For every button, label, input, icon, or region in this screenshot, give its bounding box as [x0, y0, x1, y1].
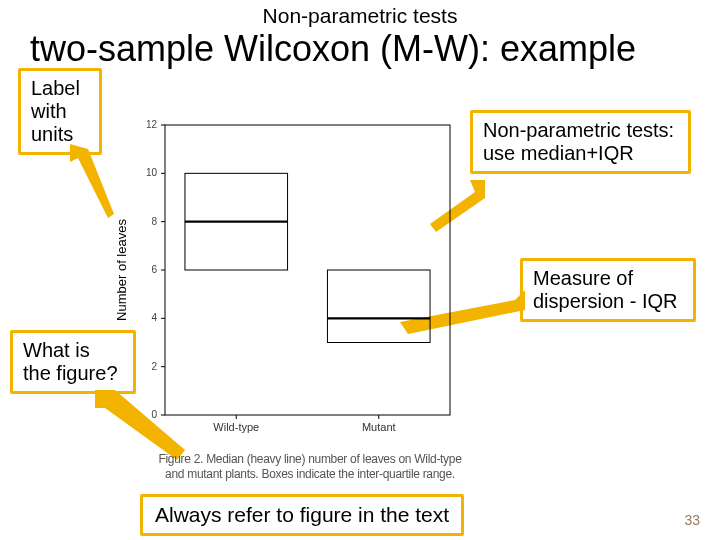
page-number: 33 — [684, 512, 700, 528]
figure-caption: Figure 2. Median (heavy line) number of … — [150, 452, 470, 482]
slide-title: two-sample Wilcoxon (M-W): example — [30, 28, 636, 70]
svg-text:8: 8 — [151, 216, 157, 227]
svg-text:12: 12 — [146, 119, 158, 130]
boxplot-chart: 024681012Number of leavesWild-typeMutant — [110, 115, 460, 450]
svg-text:Number of leaves: Number of leaves — [114, 219, 129, 321]
svg-marker-0 — [70, 144, 114, 218]
svg-text:Mutant: Mutant — [362, 421, 396, 433]
svg-text:Wild-type: Wild-type — [213, 421, 259, 433]
svg-text:10: 10 — [146, 167, 158, 178]
callout-text: Measure of dispersion - IQR — [533, 267, 678, 312]
callout-label-units: Label with units — [18, 68, 102, 155]
bottom-reference-text: Always refer to figure in the text — [155, 503, 449, 526]
callout-nonparametric: Non-parametric tests: use median+IQR — [470, 110, 691, 174]
callout-text: Non-parametric tests: use median+IQR — [483, 119, 674, 164]
slide-supertitle: Non-parametric tests — [0, 4, 720, 28]
svg-text:0: 0 — [151, 409, 157, 420]
bottom-reference-box: Always refer to figure in the text — [140, 494, 464, 536]
callout-text: What is the figure? — [23, 339, 118, 384]
svg-text:6: 6 — [151, 264, 157, 275]
svg-rect-24 — [327, 270, 430, 343]
callout-dispersion: Measure of dispersion - IQR — [520, 258, 696, 322]
svg-text:4: 4 — [151, 312, 157, 323]
callout-text: Label with units — [31, 77, 80, 145]
svg-text:2: 2 — [151, 361, 157, 372]
